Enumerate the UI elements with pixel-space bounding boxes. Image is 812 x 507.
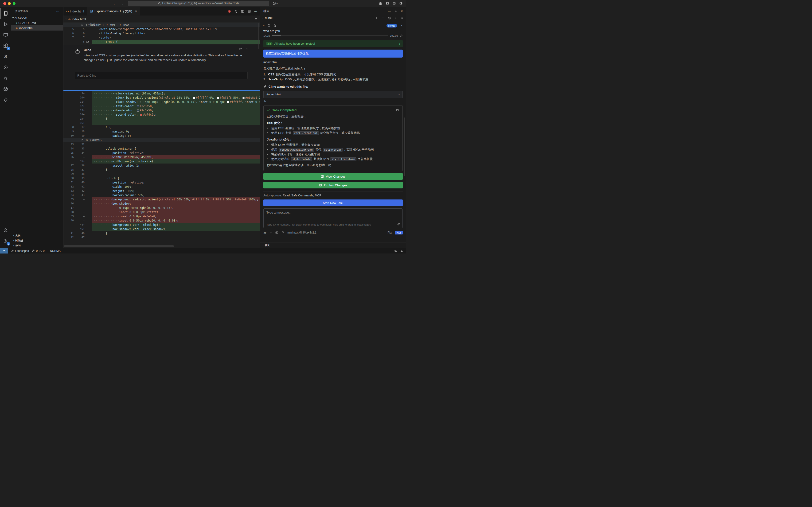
horizontal-scrollbar[interactable]: [64, 245, 174, 247]
vim-mode-indicator[interactable]: -- NORMAL --: [48, 249, 65, 252]
code-line[interactable]: 3039 .clock {: [63, 176, 260, 180]
delete-task-icon[interactable]: [273, 24, 277, 27]
activity-run-debug[interactable]: [0, 19, 11, 30]
explain-changes-button[interactable]: Explain Changes: [264, 182, 403, 188]
command-center-search[interactable]: Explain Changes (1 个文件) — ai-clock — Vis…: [128, 1, 269, 6]
code-line[interactable]: 1019 padding: 0;: [63, 134, 260, 138]
editor-more-actions-icon[interactable]: ⋯: [254, 10, 257, 13]
reply-input[interactable]: [75, 72, 248, 79]
code-line[interactable]: 4247: [63, 235, 260, 240]
forward-button[interactable]: →: [120, 2, 124, 5]
new-task-icon[interactable]: [375, 16, 378, 20]
diff-file-header[interactable]: › <> index.html: [63, 15, 260, 22]
code-line[interactable]: 26—············width: min(90vw, 450px);: [63, 155, 260, 159]
code-line[interactable]: 10+············--clock-bg: radial-gradie…: [63, 96, 260, 100]
tab-index-html[interactable]: <> index.html: [63, 7, 87, 15]
message-input-box[interactable]: Type @ for context, / for slash commands…: [264, 208, 403, 228]
code-line[interactable]: 4146 }: [63, 231, 260, 235]
diff-editor[interactable]: 4 个隐藏的行 | <> html › <> head 55 <meta nam…: [63, 22, 260, 248]
code-line[interactable]: 11+············--clock-shadow: 0 15px 40…: [63, 100, 260, 104]
code-line[interactable]: 16+: [63, 121, 260, 125]
git-compare-icon[interactable]: [234, 10, 238, 13]
message-input[interactable]: [267, 211, 400, 214]
bell-icon[interactable]: [400, 249, 403, 252]
image-icon[interactable]: [275, 231, 278, 234]
mcp-plug-icon[interactable]: [281, 231, 285, 234]
copy-file-icon[interactable]: [254, 17, 257, 21]
collapsed-diff-strip[interactable]: [264, 99, 403, 103]
settings-icon[interactable]: [400, 16, 404, 20]
close-task-icon[interactable]: ×: [401, 24, 403, 27]
code-line[interactable]: 40—················inset 0 0 50px rgba(0…: [63, 219, 260, 223]
add-context-icon[interactable]: [269, 231, 272, 234]
panel-close-icon[interactable]: ×: [401, 9, 403, 13]
vertical-scrollbar[interactable]: [258, 23, 259, 49]
copilot-menu[interactable]: ›: [273, 2, 278, 5]
code-line[interactable]: 12+············--text-color: #2c3e50;: [63, 104, 260, 108]
code-line[interactable]: 35+············width: var(--clock-size);: [63, 159, 260, 164]
close-tab-icon[interactable]: ×: [135, 9, 137, 13]
send-icon[interactable]: [397, 223, 400, 226]
code-line[interactable]: 14+············--second-color: #e74c3c;: [63, 113, 260, 117]
customize-layout-icon[interactable]: [379, 2, 382, 5]
ports-icon[interactable]: [394, 249, 397, 252]
code-line[interactable]: 39—················inset 0 0 8px #e0e0e0…: [63, 214, 260, 219]
user-message[interactable]: 检查当前的实现是否还可以优化: [264, 50, 403, 58]
edit-file-dropdown[interactable]: /index.html ›: [264, 91, 403, 98]
open-external-icon[interactable]: [239, 47, 242, 51]
activity-settings[interactable]: 1: [0, 236, 11, 246]
refresh-icon[interactable]: [400, 34, 403, 37]
code-line[interactable]: 55 <meta name="viewport" content="width=…: [63, 27, 260, 31]
activity-extensions[interactable]: 3: [0, 41, 11, 51]
code-line[interactable]: 2837 }: [63, 168, 260, 172]
code-line[interactable]: 3241 width: 100%;: [63, 185, 260, 189]
toggle-secondary-sidebar-icon[interactable]: [399, 2, 403, 5]
file-item-index.html[interactable]: <>index.html: [11, 25, 63, 31]
code-line[interactable]: 918 margin: 0;: [63, 129, 260, 134]
back-button[interactable]: ←: [113, 2, 117, 5]
hidden-lines-bar-1[interactable]: 4 个隐藏的行 | <> html › <> head: [63, 22, 260, 27]
toggle-primary-sidebar-icon[interactable]: [386, 2, 389, 5]
auto-approve-row[interactable]: Auto-approve: Read, Safe Commands, MCP: [264, 191, 403, 197]
sidebar-panel-大纲[interactable]: ›大纲: [11, 233, 63, 238]
layout-panel-icon[interactable]: [247, 10, 251, 13]
activity-ext-diamond-icon[interactable]: [0, 95, 11, 105]
start-new-task-button[interactable]: Start New Task: [264, 200, 403, 206]
code-line[interactable]: 13+············--hand-color: #2c3e50;: [63, 108, 260, 113]
code-line[interactable]: 9+············--clock-size: min(90vw, 45…: [63, 92, 260, 96]
code-line[interactable]: 2332: [63, 143, 260, 147]
code-line[interactable]: 35—············background: radial-gradie…: [63, 198, 260, 202]
file-reference[interactable]: index.html: [264, 60, 403, 64]
kilo-star-icon[interactable]: [228, 10, 231, 13]
code-line[interactable]: 2736 aspect-ratio: 1;: [63, 164, 260, 168]
remote-indicator[interactable]: ><: [0, 248, 8, 253]
code-line[interactable]: 2534 position: relative;: [63, 151, 260, 155]
breadcrumb-head[interactable]: head: [123, 23, 129, 26]
problems-item[interactable]: 0 0: [32, 249, 44, 252]
sidebar-panel-时间线[interactable]: ›时间线: [11, 238, 63, 243]
sidebar-panel-SVN[interactable]: ›SVN: [11, 243, 63, 248]
tasks-completed-banner[interactable]: 3/3 All tasks have been completed! ›: [264, 40, 403, 47]
activity-account[interactable]: [0, 225, 11, 236]
history-icon[interactable]: [388, 16, 391, 20]
panel-more-actions-icon[interactable]: ⋯: [388, 9, 391, 13]
account-icon[interactable]: [394, 16, 397, 20]
code-line[interactable]: 15+········}: [63, 117, 260, 121]
hidden-lines-bar-2[interactable]: 12 个隐藏的行: [63, 138, 260, 143]
collapse-task-icon[interactable]: ›: [262, 25, 266, 26]
activity-ext-package-icon[interactable]: [0, 83, 11, 95]
code-line[interactable]: 37—················0 15px 40px rgba(0, 0…: [63, 206, 260, 210]
code-line[interactable]: 3342 height: 100%;: [63, 189, 260, 193]
activity-ext-bug-icon[interactable]: [0, 73, 11, 83]
panel-scrollbar[interactable]: [404, 117, 405, 176]
launchpad-item[interactable]: Launchpad: [11, 249, 29, 252]
code-line[interactable]: 36—············box-shadow:: [63, 202, 260, 206]
chevron-down-icon[interactable]: ›: [261, 18, 265, 18]
mcp-servers-list-icon[interactable]: [381, 16, 385, 20]
collapse-widget-icon[interactable]: [245, 47, 248, 51]
plan-mode-toggle[interactable]: Plan: [388, 231, 393, 234]
file-item-CLAUDE.md[interactable]: ↓CLAUDE.md: [11, 20, 63, 25]
code-line[interactable]: 2433 .clock-container {: [63, 147, 260, 151]
code-line[interactable]: 3443 border-radius: 50%;: [63, 193, 260, 198]
code-line[interactable]: 77 <style>: [63, 36, 260, 40]
